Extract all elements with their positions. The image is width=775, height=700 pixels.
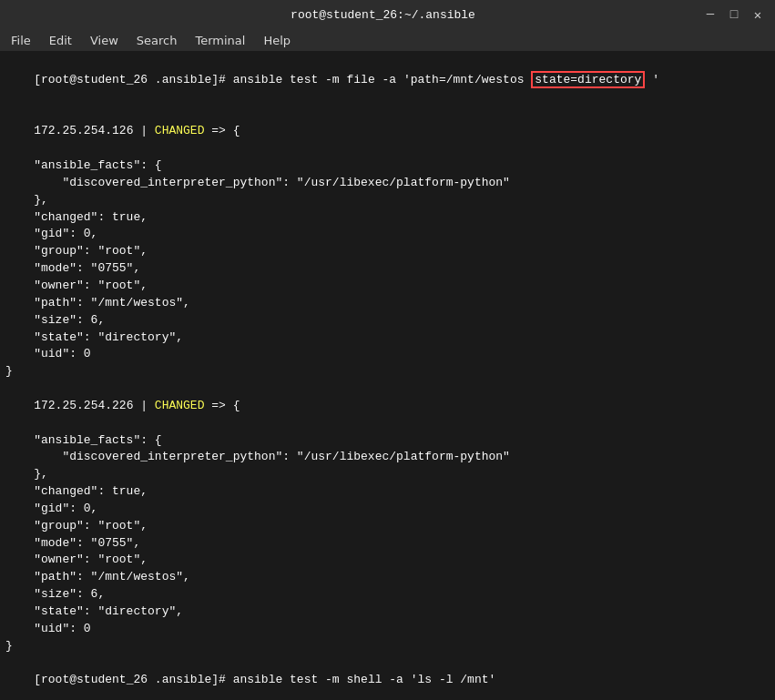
ansible-facts-1-close: }, bbox=[5, 192, 770, 209]
changed-true-1: "changed": true, bbox=[5, 209, 770, 227]
host2-arrow: => { bbox=[204, 399, 240, 412]
owner-1: "owner": "root", bbox=[5, 278, 770, 295]
menu-file[interactable]: File bbox=[4, 32, 38, 49]
state-directory-highlight: state=directory bbox=[531, 71, 645, 88]
state-dir-2: "state": "directory", bbox=[5, 604, 770, 621]
menu-help[interactable]: Help bbox=[256, 32, 298, 49]
uid-1: "uid": 0 bbox=[5, 346, 770, 363]
discovered-interpreter-1: "discovered_interpreter_python": "/usr/l… bbox=[5, 175, 770, 192]
brace-close-1: } bbox=[5, 363, 770, 380]
state-dir-1: "state": "directory", bbox=[5, 330, 770, 347]
menu-terminal[interactable]: Terminal bbox=[188, 32, 252, 49]
maximize-button[interactable]: □ bbox=[726, 7, 742, 23]
group-2: "group": "root", bbox=[5, 518, 770, 535]
ansible-facts-2-open: "ansible_facts": { bbox=[5, 432, 770, 450]
path-1: "path": "/mnt/westos", bbox=[5, 295, 770, 312]
gid-2: "gid": 0, bbox=[5, 501, 770, 518]
path-2: "path": "/mnt/westos", bbox=[5, 569, 770, 586]
minimize-button[interactable]: ─ bbox=[702, 7, 719, 23]
host2-changed: CHANGED bbox=[155, 399, 205, 412]
mode-1: "mode": "0755", bbox=[5, 260, 770, 278]
menu-view[interactable]: View bbox=[83, 32, 126, 49]
host1-ip: 172.25.254.126 | bbox=[34, 124, 155, 137]
titlebar-title: root@student_26:~/.ansible bbox=[64, 8, 702, 22]
prompt-2: [root@student_26 .ansible]# ansible test… bbox=[34, 673, 495, 686]
ansible-facts-2-close: }, bbox=[5, 466, 770, 483]
changed-true-2: "changed": true, bbox=[5, 483, 770, 501]
uid-2: "uid": 0 bbox=[5, 621, 770, 638]
size-2: "size": 6, bbox=[5, 586, 770, 604]
menu-search[interactable]: Search bbox=[129, 32, 185, 49]
gid-1: "gid": 0, bbox=[5, 226, 770, 243]
host2-result: 172.25.254.226 | CHANGED => { bbox=[5, 380, 770, 432]
command-line-2: [root@student_26 .ansible]# ansible test… bbox=[5, 655, 770, 700]
ansible-facts-1-open: "ansible_facts": { bbox=[5, 157, 770, 175]
window-controls[interactable]: ─ □ ✕ bbox=[702, 7, 766, 23]
host1-result: 172.25.254.126 | CHANGED => { bbox=[5, 107, 770, 158]
terminal-content[interactable]: [root@student_26 .ansible]# ansible test… bbox=[0, 51, 775, 700]
brace-close-2: } bbox=[5, 638, 770, 655]
close-button[interactable]: ✕ bbox=[750, 7, 766, 23]
titlebar: root@student_26:~/.ansible ─ □ ✕ bbox=[0, 0, 775, 29]
cmd1-end: ' bbox=[645, 73, 659, 86]
prompt-1: [root@student_26 .ansible]# ansible test… bbox=[34, 73, 531, 86]
discovered-interpreter-2: "discovered_interpreter_python": "/usr/l… bbox=[5, 449, 770, 466]
size-1: "size": 6, bbox=[5, 312, 770, 330]
command-line-1: [root@student_26 .ansible]# ansible test… bbox=[5, 55, 770, 107]
owner-2: "owner": "root", bbox=[5, 552, 770, 569]
menubar: File Edit View Search Terminal Help bbox=[0, 29, 775, 51]
mode-2: "mode": "0755", bbox=[5, 535, 770, 553]
menu-edit[interactable]: Edit bbox=[42, 32, 79, 49]
group-1: "group": "root", bbox=[5, 243, 770, 260]
host2-ip: 172.25.254.226 | bbox=[34, 399, 155, 412]
host1-arrow: => { bbox=[204, 124, 240, 137]
host1-changed: CHANGED bbox=[155, 124, 205, 137]
